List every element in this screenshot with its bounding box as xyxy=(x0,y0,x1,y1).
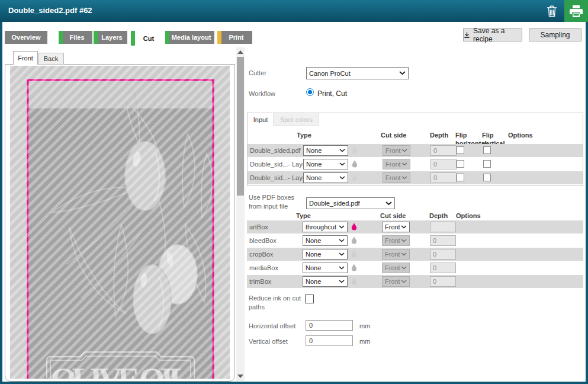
chevron-down-icon xyxy=(339,176,345,180)
table-row-bleedbox: bleedBox None Front xyxy=(247,234,583,247)
preview-tab-front[interactable]: Front xyxy=(13,51,38,65)
tab-overview[interactable]: Overview xyxy=(5,31,47,44)
ink-droplet-icon xyxy=(351,236,357,244)
cut-path-outline xyxy=(28,80,213,379)
preview-viewport: OLIVE OIL xyxy=(5,64,235,382)
chevron-down-icon xyxy=(339,266,345,270)
table-row-mediabox: mediaBox None Front xyxy=(247,261,583,274)
vertical-offset-input[interactable] xyxy=(306,335,353,346)
depth-input xyxy=(430,172,457,183)
depth-input xyxy=(430,145,457,156)
flip-horizontal-checkbox[interactable] xyxy=(457,174,464,181)
cutter-dropdown[interactable]: Canon ProCut xyxy=(306,67,409,79)
col-header-cut-side: Cut side xyxy=(381,131,406,139)
tab-status-yellow xyxy=(217,31,221,44)
artwork-preview: OLIVE OIL xyxy=(10,66,230,379)
preview-tab-back[interactable]: Back xyxy=(38,53,64,65)
cut-side-dropdown: Front xyxy=(383,145,410,156)
chevron-down-icon xyxy=(339,162,345,166)
tab-input[interactable]: Input xyxy=(248,113,274,126)
table-row-artbox: artBox throughcut Front xyxy=(247,220,583,233)
preview-panel: Front Back xyxy=(5,51,235,381)
workflow-print-cut-radio[interactable] xyxy=(306,88,314,96)
reduce-ink-checkbox[interactable] xyxy=(305,295,314,303)
chevron-down-icon xyxy=(401,162,407,166)
chevron-down-icon xyxy=(401,149,407,152)
delete-job-button[interactable] xyxy=(545,5,558,18)
chevron-down-icon xyxy=(385,201,392,206)
cutter-label: Cutter xyxy=(249,69,266,78)
flip-vertical-checkbox[interactable] xyxy=(483,146,491,154)
scrollbar-thumb[interactable] xyxy=(237,57,244,196)
tab-layers[interactable]: Layers xyxy=(94,31,127,44)
type-dropdown[interactable]: None xyxy=(303,249,348,260)
flip-vertical-checkbox[interactable] xyxy=(483,174,491,181)
type-dropdown[interactable]: None xyxy=(303,276,348,287)
scroll-up-arrow-icon[interactable] xyxy=(237,50,243,54)
depth-input xyxy=(430,249,456,260)
chevron-down-icon xyxy=(401,266,407,270)
save-as-recipe-button[interactable]: Save as a recipe xyxy=(463,28,522,41)
cut-side-dropdown: Front xyxy=(382,249,410,260)
chevron-down-icon xyxy=(401,252,407,256)
flip-horizontal-checkbox[interactable] xyxy=(457,160,464,168)
tab-print[interactable]: Print xyxy=(217,31,252,44)
type-dropdown[interactable]: throughcut xyxy=(303,222,348,232)
workflow-value: Print, Cut xyxy=(317,89,347,98)
ink-droplet-icon xyxy=(351,277,357,285)
ink-droplet-icon xyxy=(352,174,358,181)
content-area: Overview Files Layers Cut Media layout P… xyxy=(2,22,586,382)
tab-files[interactable]: Files xyxy=(59,31,92,44)
cut-side-dropdown: Front xyxy=(383,159,410,169)
chevron-down-icon xyxy=(339,149,345,152)
col-header-cut-side: Cut side xyxy=(380,212,406,220)
vertical-offset-label: Vertical offset xyxy=(249,337,288,346)
tab-media-layout[interactable]: Media layout xyxy=(165,31,214,44)
app-window: Double_sided2.pdf #62 Overview Files Lay… xyxy=(0,0,588,384)
chevron-down-icon xyxy=(339,252,345,256)
cut-side-dropdown[interactable]: Front xyxy=(382,222,410,232)
cut-side-dropdown: Front xyxy=(382,235,410,246)
settings-scrollbar[interactable] xyxy=(236,47,245,381)
chevron-down-icon xyxy=(401,239,407,242)
horizontal-offset-input[interactable] xyxy=(306,320,353,331)
tab-cut[interactable]: Cut xyxy=(131,31,163,46)
table-row-trimbox: trimBox None Front xyxy=(247,275,583,288)
flip-vertical-checkbox[interactable] xyxy=(483,160,491,168)
tab-status-green xyxy=(94,31,98,44)
type-dropdown[interactable]: None xyxy=(303,263,348,273)
depth-input xyxy=(430,235,456,246)
col-header-options: Options xyxy=(508,131,533,139)
table-row-cropbox: cropBox None Front xyxy=(247,248,583,261)
input-table: Input Spot colors Type Cut side Depth Fl… xyxy=(247,113,583,186)
cut-side-dropdown: Front xyxy=(383,172,410,183)
print-job-button[interactable] xyxy=(564,0,588,22)
type-dropdown[interactable]: None xyxy=(303,145,348,156)
col-header-type: Type xyxy=(297,131,311,139)
depth-input xyxy=(430,222,456,232)
horizontal-offset-unit: mm xyxy=(359,322,370,331)
chevron-down-icon xyxy=(401,280,407,283)
chevron-down-icon xyxy=(401,176,407,180)
ink-droplet-icon xyxy=(351,264,357,271)
type-dropdown[interactable]: None xyxy=(303,159,348,169)
tab-status-green xyxy=(131,31,135,46)
chevron-down-icon xyxy=(339,239,345,242)
flip-horizontal-checkbox[interactable] xyxy=(457,146,464,154)
type-dropdown[interactable]: None xyxy=(303,172,348,183)
title-bar: Double_sided2.pdf #62 xyxy=(0,0,588,22)
scroll-down-arrow-icon[interactable] xyxy=(237,375,243,378)
pdf-boxes-label: Use PDF boxes from input file xyxy=(249,193,303,211)
cut-side-dropdown: Front xyxy=(382,263,410,273)
col-header-depth: Depth xyxy=(430,131,448,139)
sampling-button[interactable]: Sampling xyxy=(529,28,581,41)
ink-droplet-icon xyxy=(351,223,357,231)
col-header-depth: Depth xyxy=(429,212,448,220)
depth-input xyxy=(430,263,456,273)
chevron-down-icon xyxy=(401,225,407,229)
vertical-offset-unit: mm xyxy=(359,337,370,346)
type-dropdown[interactable]: None xyxy=(303,235,348,246)
ink-droplet-icon xyxy=(352,146,358,154)
ink-droplet-icon xyxy=(352,160,358,168)
pdf-boxes-dropdown[interactable]: Double_sided.pdf xyxy=(306,197,395,209)
